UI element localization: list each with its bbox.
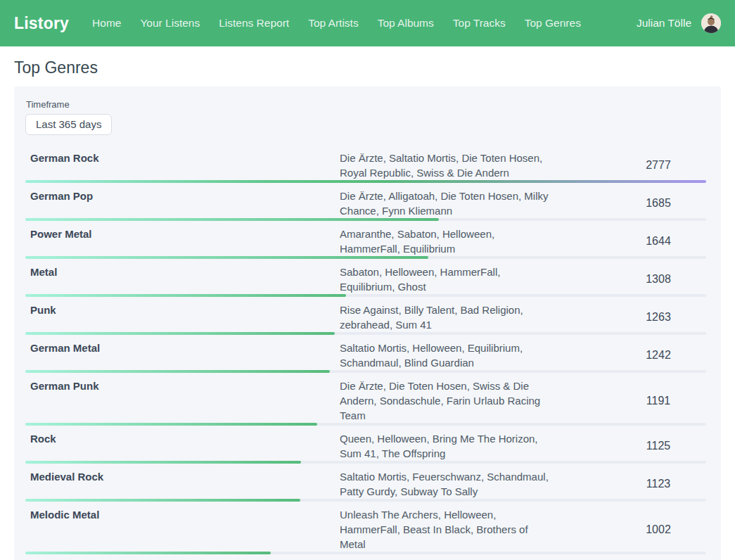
genre-artists: Die Ärzte, Alligatoah, Die Toten Hosen, … bbox=[340, 189, 551, 218]
nav-link-top-albums[interactable]: Top Albums bbox=[378, 17, 434, 30]
genre-count: 1308 bbox=[607, 273, 710, 286]
genre-name: Medieval Rock bbox=[25, 469, 340, 499]
nav-link-top-tracks[interactable]: Top Tracks bbox=[453, 17, 506, 30]
genre-name: German Metal bbox=[25, 341, 340, 370]
genre-artists: Saltatio Mortis, Helloween, Equilibrium,… bbox=[340, 341, 551, 370]
genre-name: Rock bbox=[25, 431, 340, 461]
genre-name: Metal bbox=[25, 265, 340, 294]
genre-artists: Queen, Helloween, Bring Me The Horizon, … bbox=[340, 431, 551, 461]
nav-links: HomeYour ListensListens ReportTop Artist… bbox=[92, 17, 581, 30]
nav-link-listens-report[interactable]: Listens Report bbox=[219, 17, 289, 30]
genre-row: Rock Queen, Helloween, Bring Me The Hori… bbox=[25, 426, 710, 464]
genre-artists: Rise Against, Billy Talent, Bad Religion… bbox=[340, 303, 551, 332]
genre-name: German Pop bbox=[25, 189, 340, 218]
page-title: Top Genres bbox=[14, 58, 721, 77]
genre-name: Power Metal bbox=[25, 227, 340, 256]
main-content: Top Genres Timeframe Last 365 days Germa… bbox=[0, 46, 735, 560]
genre-row: German Rock Die Ärzte, Saltatio Mortis, … bbox=[25, 145, 710, 183]
genre-artists: Amaranthe, Sabaton, Helloween, HammerFal… bbox=[340, 227, 551, 256]
genre-row: Melodic Metal Unleash The Archers, Hello… bbox=[25, 502, 710, 554]
timeframe-select[interactable]: Last 365 days bbox=[25, 114, 112, 135]
timeframe-label: Timeframe bbox=[26, 99, 710, 110]
genre-count: 2777 bbox=[607, 159, 710, 172]
genre-count: 1685 bbox=[607, 197, 710, 210]
genre-count: 1002 bbox=[607, 523, 710, 536]
genre-artists: Unleash The Archers, Helloween, HammerFa… bbox=[340, 507, 551, 552]
genre-count: 1191 bbox=[607, 395, 710, 407]
nav-link-home[interactable]: Home bbox=[92, 17, 121, 30]
navbar: Listory HomeYour ListensListens ReportTo… bbox=[0, 0, 735, 46]
genre-row: Medieval Rock Saltatio Mortis, Feuerschw… bbox=[25, 464, 710, 502]
genre-table: German Rock Die Ärzte, Saltatio Mortis, … bbox=[25, 145, 710, 560]
genre-artists: Sabaton, Helloween, HammerFall, Equilibr… bbox=[340, 265, 551, 294]
user-name[interactable]: Julian Tölle bbox=[637, 17, 691, 30]
user-avatar[interactable] bbox=[701, 13, 721, 33]
genre-name: Punk bbox=[25, 303, 340, 332]
genre-artists: Saltatio Mortis, Feuerschwanz, Schandmau… bbox=[340, 469, 551, 499]
top-genres-card: Timeframe Last 365 days German Rock Die … bbox=[14, 87, 721, 560]
nav-link-top-artists[interactable]: Top Artists bbox=[308, 17, 359, 30]
genre-row: Punk Rise Against, Billy Talent, Bad Rel… bbox=[25, 297, 710, 335]
genre-row: German Punk Die Ärzte, Die Toten Hosen, … bbox=[25, 373, 710, 426]
nav-link-your-listens[interactable]: Your Listens bbox=[140, 17, 200, 30]
genre-row: German Indie Bukahara, Käptn Peng, KYTES… bbox=[25, 554, 710, 560]
app-brand[interactable]: Listory bbox=[14, 14, 69, 33]
genre-name: German Rock bbox=[25, 151, 340, 180]
genre-count: 1125 bbox=[607, 440, 710, 452]
avatar-image bbox=[701, 13, 721, 33]
genre-name: German Punk bbox=[25, 378, 340, 423]
genre-name: Melodic Metal bbox=[25, 507, 340, 552]
nav-link-top-genres[interactable]: Top Genres bbox=[525, 17, 581, 30]
genre-artists: Die Ärzte, Saltatio Mortis, Die Toten Ho… bbox=[340, 151, 551, 180]
genre-count: 1263 bbox=[607, 311, 710, 324]
genre-count: 1123 bbox=[607, 478, 710, 490]
genre-artists: Die Ärzte, Die Toten Hosen, Swiss & Die … bbox=[340, 378, 551, 423]
genre-row: Metal Sabaton, Helloween, HammerFall, Eq… bbox=[25, 259, 710, 297]
genre-count: 1242 bbox=[607, 349, 710, 362]
genre-row: German Metal Saltatio Mortis, Helloween,… bbox=[25, 335, 710, 373]
genre-row: German Pop Die Ärzte, Alligatoah, Die To… bbox=[25, 183, 710, 221]
genre-row: Power Metal Amaranthe, Sabaton, Hellowee… bbox=[25, 221, 710, 259]
genre-count: 1644 bbox=[607, 235, 710, 248]
